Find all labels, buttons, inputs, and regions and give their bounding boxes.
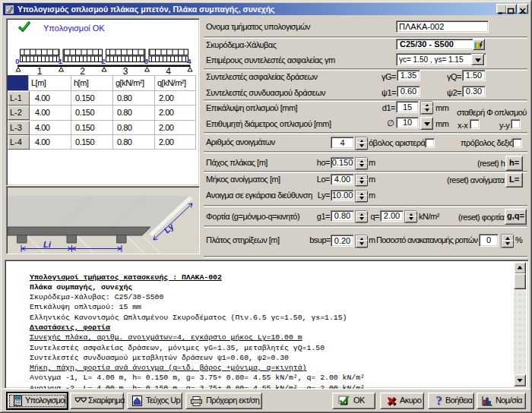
svg-text:4: 4	[187, 57, 192, 65]
svg-text:1: 1	[59, 57, 63, 65]
svg-text:?: ?	[436, 394, 442, 407]
svg-text:0: 0	[15, 57, 19, 65]
svg-text:3: 3	[144, 57, 148, 65]
svg-text:2: 2	[101, 57, 105, 65]
svg-text:Li: Li	[43, 240, 52, 249]
